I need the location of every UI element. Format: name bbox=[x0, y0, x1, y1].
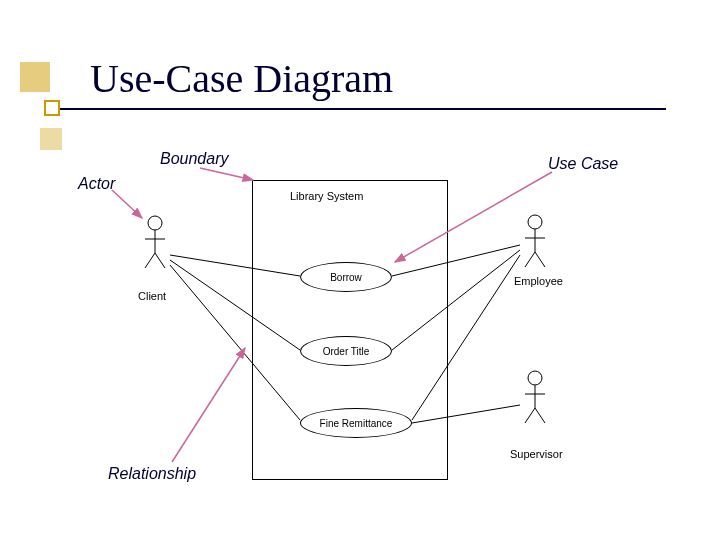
usecase-borrow-label: Borrow bbox=[330, 272, 362, 283]
svg-line-8 bbox=[525, 252, 535, 267]
svg-line-22 bbox=[200, 168, 253, 180]
actor-client-label: Client bbox=[138, 290, 166, 302]
svg-line-14 bbox=[535, 408, 545, 423]
actor-supervisor bbox=[520, 370, 550, 425]
usecase-borrow: Borrow bbox=[300, 262, 392, 292]
usecase-fine: Fine Remittance bbox=[300, 408, 412, 438]
usecase-order: Order Title bbox=[300, 336, 392, 366]
svg-line-13 bbox=[525, 408, 535, 423]
label-usecase: Use Case bbox=[548, 155, 618, 173]
accent-square bbox=[20, 62, 50, 92]
svg-point-5 bbox=[528, 215, 542, 229]
label-relationship: Relationship bbox=[108, 465, 196, 483]
label-boundary: Boundary bbox=[160, 150, 229, 168]
svg-point-10 bbox=[528, 371, 542, 385]
svg-point-0 bbox=[148, 216, 162, 230]
page-title: Use-Case Diagram bbox=[90, 55, 393, 102]
actor-client bbox=[140, 215, 170, 270]
svg-line-3 bbox=[145, 253, 155, 268]
title-bullet bbox=[44, 100, 60, 116]
actor-employee-label: Employee bbox=[514, 275, 563, 287]
accent-square bbox=[40, 128, 62, 150]
svg-line-23 bbox=[112, 190, 142, 218]
title-underline bbox=[44, 108, 666, 110]
svg-line-9 bbox=[535, 252, 545, 267]
usecase-order-label: Order Title bbox=[323, 346, 370, 357]
system-name: Library System bbox=[290, 190, 363, 202]
actor-supervisor-label: Supervisor bbox=[510, 448, 563, 460]
svg-line-4 bbox=[155, 253, 165, 268]
actor-employee bbox=[520, 214, 550, 269]
label-actor: Actor bbox=[78, 175, 115, 193]
usecase-fine-label: Fine Remittance bbox=[320, 418, 393, 429]
svg-line-25 bbox=[172, 348, 245, 462]
